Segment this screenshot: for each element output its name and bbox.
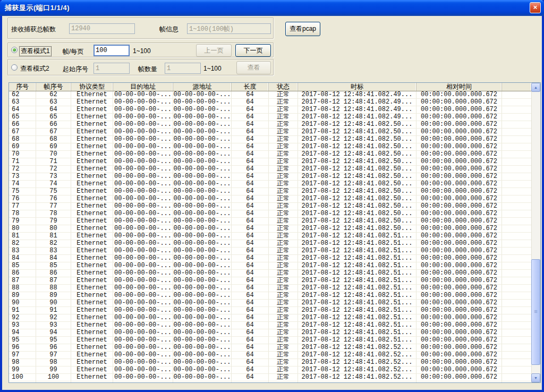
table-row[interactable]: 9999Ethernet00-00-00-00-...00-00-00-00-.… — [9, 367, 531, 374]
mode2-radio-label[interactable]: 查看模式2 — [20, 64, 49, 73]
cell-relative-time: 00:00:00.000.000.672 — [416, 151, 502, 158]
cell-dest-address: 00-00-00-00-... — [113, 240, 173, 247]
table-row[interactable]: 8484Ethernet00-00-00-00-...00-00-00-00-.… — [9, 255, 531, 262]
next-page-button[interactable]: 下一页 — [235, 44, 271, 57]
table-row[interactable]: 8787Ethernet00-00-00-00-...00-00-00-00-.… — [9, 277, 531, 285]
table-row[interactable]: 9696Ethernet00-00-00-00-...00-00-00-00-.… — [9, 344, 531, 352]
column-header-index[interactable]: 序号 — [9, 83, 36, 91]
table-row[interactable]: 9494Ethernet00-00-00-00-...00-00-00-00-.… — [9, 329, 531, 337]
column-header-src-address[interactable]: 源地址 — [173, 83, 232, 91]
table-row[interactable]: 9292Ethernet00-00-00-00-...00-00-00-00-.… — [9, 314, 531, 322]
cell-timestamp: 2017-08-12 12:48:41.082.49... — [298, 114, 416, 121]
table-row[interactable]: 8080Ethernet00-00-00-00-...00-00-00-00-.… — [9, 225, 531, 233]
cell-protocol: Ethernet — [71, 188, 113, 195]
table-row[interactable]: 7676Ethernet00-00-00-00-...00-00-00-00-.… — [9, 195, 531, 203]
frame-info-input[interactable] — [187, 23, 271, 34]
table-row[interactable]: 8585Ethernet00-00-00-00-...00-00-00-00-.… — [9, 262, 531, 270]
cell-dest-address: 00-00-00-00-... — [113, 210, 173, 217]
vertical-scrollbar[interactable]: ▲ ≡ ▼ — [531, 83, 540, 382]
cell-timestamp: 2017-08-12 12:48:41.082.51... — [298, 248, 416, 254]
cell-timestamp: 2017-08-12 12:48:41.082.51... — [298, 255, 416, 262]
view-pcap-button[interactable]: 查看pcap — [285, 22, 320, 36]
table-row[interactable]: 7171Ethernet00-00-00-00-...00-00-00-00-.… — [9, 158, 531, 166]
table-row[interactable]: 100100Ethernet00-00-00-00-...00-00-00-00… — [9, 374, 531, 381]
cell-relative-time: 00:00:00.000.000.672 — [416, 277, 502, 284]
frames-per-page-input[interactable] — [94, 45, 130, 56]
table-row[interactable]: 9797Ethernet00-00-00-00-...00-00-00-00-.… — [9, 352, 531, 359]
cell-dest-address: 00-00-00-00-... — [113, 129, 173, 135]
cell-length: 64 — [232, 173, 269, 180]
table-row[interactable]: 6868Ethernet00-00-00-00-...00-00-00-00-.… — [9, 136, 531, 143]
table-row[interactable]: 7575Ethernet00-00-00-00-...00-00-00-00-.… — [9, 188, 531, 195]
cell-frame-index — [36, 381, 71, 382]
column-header-frame-index[interactable]: 帧序号 — [36, 83, 71, 91]
table-row[interactable]: 8686Ethernet00-00-00-00-...00-00-00-00-.… — [9, 270, 531, 277]
table-row[interactable]: 8383Ethernet00-00-00-00-...00-00-00-00-.… — [9, 248, 531, 255]
column-header-timestamp[interactable]: 时标 — [298, 83, 416, 91]
table-row[interactable]: 9595Ethernet00-00-00-00-...00-00-00-00-.… — [9, 337, 531, 344]
table-row[interactable]: 7777Ethernet00-00-00-00-...00-00-00-00-.… — [9, 203, 531, 210]
total-frames-label: 接收捕获总帧数 — [11, 25, 56, 34]
table-row[interactable]: 6969Ethernet00-00-00-00-...00-00-00-00-.… — [9, 143, 531, 151]
cell-length: 64 — [232, 344, 269, 351]
table-row[interactable] — [9, 381, 531, 382]
scrollbar-thumb[interactable]: ≡ — [531, 259, 540, 365]
start-index-input[interactable] — [94, 63, 130, 74]
table-row[interactable]: 9090Ethernet00-00-00-00-...00-00-00-00-.… — [9, 300, 531, 307]
prev-page-button[interactable]: 上一页 — [196, 44, 232, 57]
table-row[interactable]: 6767Ethernet00-00-00-00-...00-00-00-00-.… — [9, 129, 531, 136]
cell-status: 正常 — [269, 181, 298, 188]
cell-relative-time: 00:00:00.000.000.672 — [416, 166, 502, 173]
mode2-radio[interactable] — [11, 64, 18, 71]
table-row[interactable]: 6666Ethernet00-00-00-00-...00-00-00-00-.… — [9, 121, 531, 129]
cell-timestamp: 2017-08-12 12:48:41.082.50... — [298, 173, 416, 180]
cell-index: 71 — [9, 158, 36, 165]
cell-dest-address: 00-00-00-00-... — [113, 99, 173, 106]
column-header-relative-time[interactable]: 相对时间 — [416, 83, 502, 91]
frame-count-input[interactable] — [165, 63, 201, 74]
title-bar[interactable]: 捕获显示(端口1/1/4) × — [0, 0, 544, 16]
cell-dest-address: 00-00-00-00-... — [113, 203, 173, 210]
table-row[interactable]: 7878Ethernet00-00-00-00-...00-00-00-00-.… — [9, 210, 531, 218]
table-row[interactable]: 7070Ethernet00-00-00-00-...00-00-00-00-.… — [9, 151, 531, 158]
table-row[interactable]: 6565Ethernet00-00-00-00-...00-00-00-00-.… — [9, 114, 531, 121]
cell-index: 79 — [9, 218, 36, 225]
cell-frame-index: 94 — [36, 329, 71, 336]
table-row[interactable]: 8989Ethernet00-00-00-00-...00-00-00-00-.… — [9, 292, 531, 300]
cell-dest-address: 00-00-00-00-... — [113, 359, 173, 366]
cell-frame-index: 71 — [36, 158, 71, 165]
column-header-status[interactable]: 状态 — [269, 83, 298, 91]
scroll-down-button[interactable]: ▼ — [531, 373, 540, 382]
cell-timestamp: 2017-08-12 12:48:41.082.50... — [298, 195, 416, 202]
table-row[interactable]: 7979Ethernet00-00-00-00-...00-00-00-00-.… — [9, 218, 531, 225]
cell-relative-time: 00:00:00.000.000.672 — [416, 240, 502, 247]
column-header-protocol[interactable]: 协议类型 — [71, 83, 113, 91]
table-row[interactable]: 9393Ethernet00-00-00-00-...00-00-00-00-.… — [9, 322, 531, 329]
view-button[interactable]: 查看 — [236, 61, 271, 74]
column-header-length[interactable]: 长度 — [232, 83, 269, 91]
cell-empty — [502, 352, 531, 359]
cell-empty — [502, 337, 531, 344]
column-header-dest-address[interactable]: 目的地址 — [113, 83, 173, 91]
table-row[interactable]: 6363Ethernet00-00-00-00-...00-00-00-00-.… — [9, 99, 531, 106]
table-row[interactable]: 7272Ethernet00-00-00-00-...00-00-00-00-.… — [9, 166, 531, 173]
table-row[interactable]: 8282Ethernet00-00-00-00-...00-00-00-00-.… — [9, 240, 531, 248]
table-row[interactable]: 9191Ethernet00-00-00-00-...00-00-00-00-.… — [9, 307, 531, 314]
table-row[interactable]: 6262Ethernet00-00-00-00-...00-00-00-00-.… — [9, 91, 531, 99]
mode1-radio-label[interactable]: 查看模式1 — [19, 46, 52, 56]
cell-src-address: 00-00-00-00-... — [173, 277, 232, 284]
table-row[interactable]: 6464Ethernet00-00-00-00-...00-00-00-00-.… — [9, 106, 531, 114]
mode1-radio[interactable] — [11, 47, 18, 53]
table-row[interactable]: 7474Ethernet00-00-00-00-...00-00-00-00-.… — [9, 181, 531, 188]
cell-relative-time: 00:00:00.000.000.672 — [416, 225, 502, 232]
table-row[interactable]: 8181Ethernet00-00-00-00-...00-00-00-00-.… — [9, 233, 531, 240]
table-row[interactable]: 8888Ethernet00-00-00-00-...00-00-00-00-.… — [9, 285, 531, 292]
cell-index: 95 — [9, 337, 36, 344]
total-frames-input[interactable] — [69, 23, 135, 34]
table-row[interactable]: 9898Ethernet00-00-00-00-...00-00-00-00-.… — [9, 359, 531, 367]
close-button[interactable]: × — [530, 2, 541, 13]
cell-dest-address: 00-00-00-00-... — [113, 337, 173, 344]
cell-frame-index: 69 — [36, 143, 71, 150]
table-row[interactable]: 7373Ethernet00-00-00-00-...00-00-00-00-.… — [9, 173, 531, 181]
scroll-up-button[interactable]: ▲ — [531, 83, 540, 92]
